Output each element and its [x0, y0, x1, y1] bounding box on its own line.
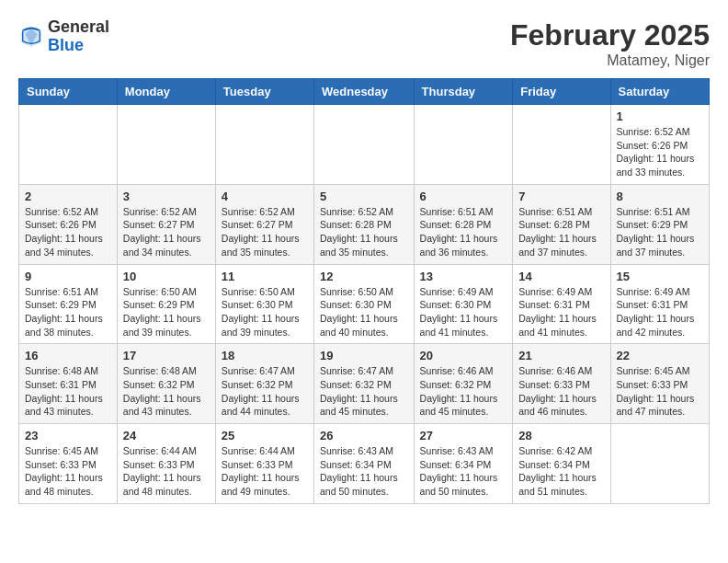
- calendar-week-row: 2Sunrise: 6:52 AM Sunset: 6:26 PM Daylig…: [19, 184, 710, 264]
- calendar-cell: 5Sunrise: 6:52 AM Sunset: 6:28 PM Daylig…: [314, 184, 415, 264]
- day-number: 6: [420, 190, 507, 203]
- day-info: Sunrise: 6:52 AM Sunset: 6:27 PM Dayligh…: [222, 205, 308, 259]
- day-number: 17: [123, 349, 210, 362]
- day-info: Sunrise: 6:46 AM Sunset: 6:32 PM Dayligh…: [420, 364, 507, 419]
- weekday-header-wednesday: Wednesday: [314, 79, 415, 105]
- day-number: 18: [222, 349, 308, 362]
- day-info: Sunrise: 6:52 AM Sunset: 6:26 PM Dayligh…: [617, 125, 703, 179]
- day-number: 15: [617, 270, 703, 283]
- day-info: Sunrise: 6:51 AM Sunset: 6:28 PM Dayligh…: [518, 205, 604, 259]
- weekday-header-tuesday: Tuesday: [215, 79, 313, 105]
- calendar-cell: 13Sunrise: 6:49 AM Sunset: 6:30 PM Dayli…: [414, 264, 513, 344]
- weekday-header-sunday: Sunday: [19, 79, 118, 105]
- calendar-cell: [513, 105, 610, 185]
- page-header: General Blue February 2025 Matamey, Nige…: [18, 18, 710, 69]
- day-number: 26: [320, 429, 408, 442]
- day-number: 20: [420, 349, 507, 362]
- calendar-cell: [117, 105, 215, 185]
- day-info: Sunrise: 6:51 AM Sunset: 6:28 PM Dayligh…: [420, 205, 507, 259]
- day-number: 12: [320, 270, 408, 283]
- calendar-cell: 20Sunrise: 6:46 AM Sunset: 6:32 PM Dayli…: [414, 344, 513, 424]
- calendar-cell: 8Sunrise: 6:51 AM Sunset: 6:29 PM Daylig…: [610, 184, 709, 264]
- calendar-cell: [19, 105, 118, 185]
- calendar-week-row: 9Sunrise: 6:51 AM Sunset: 6:29 PM Daylig…: [19, 264, 710, 344]
- calendar-cell: 25Sunrise: 6:44 AM Sunset: 6:33 PM Dayli…: [215, 424, 313, 504]
- day-number: 14: [518, 270, 604, 283]
- calendar-cell: 14Sunrise: 6:49 AM Sunset: 6:31 PM Dayli…: [513, 264, 610, 344]
- day-info: Sunrise: 6:44 AM Sunset: 6:33 PM Dayligh…: [123, 444, 210, 499]
- day-number: 27: [420, 429, 507, 442]
- day-info: Sunrise: 6:51 AM Sunset: 6:29 PM Dayligh…: [25, 285, 111, 339]
- day-info: Sunrise: 6:47 AM Sunset: 6:32 PM Dayligh…: [222, 364, 308, 419]
- location-title: Matamey, Niger: [510, 52, 710, 69]
- day-number: 1: [617, 109, 703, 123]
- logo-text: General Blue: [48, 18, 109, 55]
- calendar-cell: 9Sunrise: 6:51 AM Sunset: 6:29 PM Daylig…: [19, 264, 118, 344]
- day-number: 23: [25, 429, 111, 442]
- calendar-cell: [610, 424, 709, 504]
- calendar-cell: 15Sunrise: 6:49 AM Sunset: 6:31 PM Dayli…: [610, 264, 709, 344]
- calendar-cell: [414, 105, 513, 185]
- day-info: Sunrise: 6:51 AM Sunset: 6:29 PM Dayligh…: [617, 205, 703, 259]
- day-number: 4: [222, 190, 308, 203]
- calendar-table: SundayMondayTuesdayWednesdayThursdayFrid…: [18, 78, 710, 504]
- calendar-cell: 27Sunrise: 6:43 AM Sunset: 6:34 PM Dayli…: [414, 424, 513, 504]
- day-number: 24: [123, 429, 210, 442]
- calendar-cell: 17Sunrise: 6:48 AM Sunset: 6:32 PM Dayli…: [117, 344, 215, 424]
- day-number: 8: [617, 190, 703, 203]
- day-info: Sunrise: 6:43 AM Sunset: 6:34 PM Dayligh…: [420, 444, 507, 499]
- day-number: 21: [518, 349, 604, 362]
- calendar-cell: [215, 105, 313, 185]
- day-info: Sunrise: 6:45 AM Sunset: 6:33 PM Dayligh…: [25, 444, 111, 499]
- calendar-week-row: 16Sunrise: 6:48 AM Sunset: 6:31 PM Dayli…: [19, 344, 710, 424]
- day-number: 7: [518, 190, 604, 203]
- day-info: Sunrise: 6:52 AM Sunset: 6:26 PM Dayligh…: [25, 205, 111, 259]
- calendar-cell: 24Sunrise: 6:44 AM Sunset: 6:33 PM Dayli…: [117, 424, 215, 504]
- day-number: 5: [320, 190, 408, 203]
- calendar-cell: 23Sunrise: 6:45 AM Sunset: 6:33 PM Dayli…: [19, 424, 118, 504]
- calendar-cell: 2Sunrise: 6:52 AM Sunset: 6:26 PM Daylig…: [19, 184, 118, 264]
- day-info: Sunrise: 6:44 AM Sunset: 6:33 PM Dayligh…: [222, 444, 308, 499]
- day-info: Sunrise: 6:43 AM Sunset: 6:34 PM Dayligh…: [320, 444, 408, 499]
- calendar-cell: 3Sunrise: 6:52 AM Sunset: 6:27 PM Daylig…: [117, 184, 215, 264]
- title-area: February 2025 Matamey, Niger: [510, 18, 710, 69]
- day-info: Sunrise: 6:50 AM Sunset: 6:29 PM Dayligh…: [123, 285, 210, 339]
- day-info: Sunrise: 6:45 AM Sunset: 6:33 PM Dayligh…: [617, 364, 703, 419]
- day-info: Sunrise: 6:52 AM Sunset: 6:28 PM Dayligh…: [320, 205, 408, 259]
- calendar-cell: 1Sunrise: 6:52 AM Sunset: 6:26 PM Daylig…: [610, 105, 709, 185]
- day-number: 11: [222, 270, 308, 283]
- calendar-cell: 7Sunrise: 6:51 AM Sunset: 6:28 PM Daylig…: [513, 184, 610, 264]
- day-info: Sunrise: 6:47 AM Sunset: 6:32 PM Dayligh…: [320, 364, 408, 419]
- calendar-cell: 22Sunrise: 6:45 AM Sunset: 6:33 PM Dayli…: [610, 344, 709, 424]
- calendar-cell: 21Sunrise: 6:46 AM Sunset: 6:33 PM Dayli…: [513, 344, 610, 424]
- month-title: February 2025: [510, 18, 710, 52]
- calendar-cell: 11Sunrise: 6:50 AM Sunset: 6:30 PM Dayli…: [215, 264, 313, 344]
- day-number: 3: [123, 190, 210, 203]
- day-info: Sunrise: 6:50 AM Sunset: 6:30 PM Dayligh…: [320, 285, 408, 339]
- day-number: 28: [518, 429, 604, 442]
- day-info: Sunrise: 6:50 AM Sunset: 6:30 PM Dayligh…: [222, 285, 308, 339]
- day-info: Sunrise: 6:42 AM Sunset: 6:34 PM Dayligh…: [518, 444, 604, 499]
- calendar-cell: 6Sunrise: 6:51 AM Sunset: 6:28 PM Daylig…: [414, 184, 513, 264]
- weekday-header-thursday: Thursday: [414, 79, 513, 105]
- logo-blue: Blue: [48, 36, 84, 54]
- day-info: Sunrise: 6:48 AM Sunset: 6:32 PM Dayligh…: [123, 364, 210, 419]
- calendar-cell: 10Sunrise: 6:50 AM Sunset: 6:29 PM Dayli…: [117, 264, 215, 344]
- logo-icon: [18, 24, 44, 50]
- day-info: Sunrise: 6:48 AM Sunset: 6:31 PM Dayligh…: [25, 364, 111, 419]
- day-number: 10: [123, 270, 210, 283]
- calendar-week-row: 23Sunrise: 6:45 AM Sunset: 6:33 PM Dayli…: [19, 424, 710, 504]
- weekday-header-friday: Friday: [513, 79, 610, 105]
- calendar-cell: 18Sunrise: 6:47 AM Sunset: 6:32 PM Dayli…: [215, 344, 313, 424]
- calendar-cell: 4Sunrise: 6:52 AM Sunset: 6:27 PM Daylig…: [215, 184, 313, 264]
- day-info: Sunrise: 6:49 AM Sunset: 6:31 PM Dayligh…: [518, 285, 604, 339]
- calendar-week-row: 1Sunrise: 6:52 AM Sunset: 6:26 PM Daylig…: [19, 105, 710, 185]
- weekday-header-saturday: Saturday: [610, 79, 709, 105]
- calendar-cell: 28Sunrise: 6:42 AM Sunset: 6:34 PM Dayli…: [513, 424, 610, 504]
- weekday-header-monday: Monday: [117, 79, 215, 105]
- calendar-header-row: SundayMondayTuesdayWednesdayThursdayFrid…: [19, 79, 710, 105]
- logo: General Blue: [18, 18, 109, 55]
- calendar-cell: 12Sunrise: 6:50 AM Sunset: 6:30 PM Dayli…: [314, 264, 415, 344]
- day-number: 16: [25, 349, 111, 362]
- day-number: 9: [25, 270, 111, 283]
